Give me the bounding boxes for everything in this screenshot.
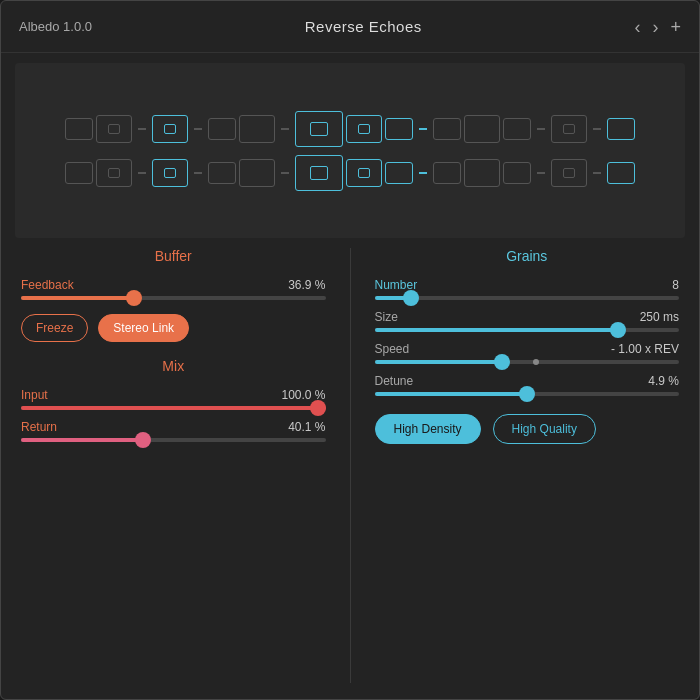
vis-block-active (607, 118, 635, 140)
vis-block (96, 159, 132, 187)
vis-block-inner (310, 122, 328, 136)
return-slider[interactable] (21, 438, 326, 442)
vis-connector (194, 128, 202, 130)
signal-visualizer (15, 63, 685, 238)
vis-block-inner (563, 124, 575, 134)
size-value: 250 ms (640, 310, 679, 324)
vis-block (503, 162, 531, 184)
stereo-link-button[interactable]: Stereo Link (98, 314, 189, 342)
input-param: Input 100.0 % (21, 388, 326, 410)
detune-param: Detune 4.9 % (375, 374, 680, 396)
size-header: Size 250 ms (375, 310, 680, 324)
vis-block (503, 118, 531, 140)
detune-value: 4.9 % (648, 374, 679, 388)
vis-block-inner (164, 124, 176, 134)
vis-block (551, 115, 587, 143)
block-group-5 (433, 115, 531, 143)
feedback-header: Feedback 36.9 % (21, 278, 326, 292)
high-quality-button[interactable]: High Quality (493, 414, 596, 444)
vis-block-active (152, 115, 188, 143)
feedback-label: Feedback (21, 278, 74, 292)
grain-mode-buttons: High Density High Quality (375, 414, 680, 444)
block-group-2 (152, 115, 188, 143)
size-thumb[interactable] (610, 322, 626, 338)
vis-connector (419, 172, 427, 174)
block-group-b3 (208, 159, 275, 187)
number-header: Number 8 (375, 278, 680, 292)
speed-value: - 1.00 x REV (611, 342, 679, 356)
vis-connector (281, 172, 289, 174)
grains-title: Grains (375, 248, 680, 264)
detune-slider[interactable] (375, 392, 680, 396)
block-group-6 (551, 115, 587, 143)
block-group-b4 (295, 155, 413, 191)
block-group-b5 (433, 159, 531, 187)
vis-connector (419, 128, 427, 130)
vis-block-active (385, 162, 413, 184)
return-header: Return 40.1 % (21, 420, 326, 434)
next-preset-button[interactable]: › (652, 18, 658, 36)
vis-block (433, 162, 461, 184)
vis-block-inner (310, 166, 328, 180)
vis-connector (138, 172, 146, 174)
feedback-value: 36.9 % (288, 278, 325, 292)
preset-name: Reverse Echoes (305, 18, 422, 35)
high-density-button[interactable]: High Density (375, 414, 481, 444)
block-group-4 (295, 111, 413, 147)
vis-block-active (295, 111, 343, 147)
detune-fill (375, 392, 527, 396)
size-param: Size 250 ms (375, 310, 680, 332)
vis-connector (537, 172, 545, 174)
buffer-panel: Buffer Feedback 36.9 % Freeze Stereo Lin… (21, 248, 326, 683)
return-thumb[interactable] (135, 432, 151, 448)
speed-slider[interactable] (375, 360, 680, 364)
vis-block (65, 162, 93, 184)
add-preset-button[interactable]: + (670, 18, 681, 36)
block-group-b6 (551, 159, 587, 187)
controls-area: Buffer Feedback 36.9 % Freeze Stereo Lin… (1, 248, 699, 699)
vis-block (433, 118, 461, 140)
number-slider[interactable] (375, 296, 680, 300)
vis-block-active (385, 118, 413, 140)
vis-block-active (607, 162, 635, 184)
number-thumb[interactable] (403, 290, 419, 306)
detune-thumb[interactable] (519, 386, 535, 402)
number-param: Number 8 (375, 278, 680, 300)
size-fill (375, 328, 619, 332)
block-group-7 (607, 118, 635, 140)
feedback-slider[interactable] (21, 296, 326, 300)
vis-row-bottom (25, 155, 675, 191)
block-group-3 (208, 115, 275, 143)
vis-block (464, 115, 500, 143)
speed-fill (375, 360, 503, 364)
vis-block-inner (563, 168, 575, 178)
vis-connector (537, 128, 545, 130)
buffer-title: Buffer (21, 248, 326, 264)
return-label: Return (21, 420, 57, 434)
input-label: Input (21, 388, 48, 402)
vis-block (208, 162, 236, 184)
feedback-param: Feedback 36.9 % (21, 278, 326, 300)
speed-thumb[interactable] (494, 354, 510, 370)
panel-divider (350, 248, 351, 683)
return-value: 40.1 % (288, 420, 325, 434)
speed-header: Speed - 1.00 x REV (375, 342, 680, 356)
prev-preset-button[interactable]: ‹ (634, 18, 640, 36)
vis-connector (281, 128, 289, 130)
vis-block-inner (164, 168, 176, 178)
vis-connector (138, 128, 146, 130)
input-slider[interactable] (21, 406, 326, 410)
speed-center-dot (533, 359, 539, 365)
input-fill (21, 406, 326, 410)
speed-label: Speed (375, 342, 410, 356)
vis-block-active (295, 155, 343, 191)
freeze-button[interactable]: Freeze (21, 314, 88, 342)
vis-block-inner (108, 124, 120, 134)
size-slider[interactable] (375, 328, 680, 332)
header-controls: ‹ › + (634, 18, 681, 36)
mix-title: Mix (21, 358, 326, 374)
feedback-thumb[interactable] (126, 290, 142, 306)
header: Albedo 1.0.0 Reverse Echoes ‹ › + (1, 1, 699, 53)
vis-block (96, 115, 132, 143)
input-thumb[interactable] (310, 400, 326, 416)
